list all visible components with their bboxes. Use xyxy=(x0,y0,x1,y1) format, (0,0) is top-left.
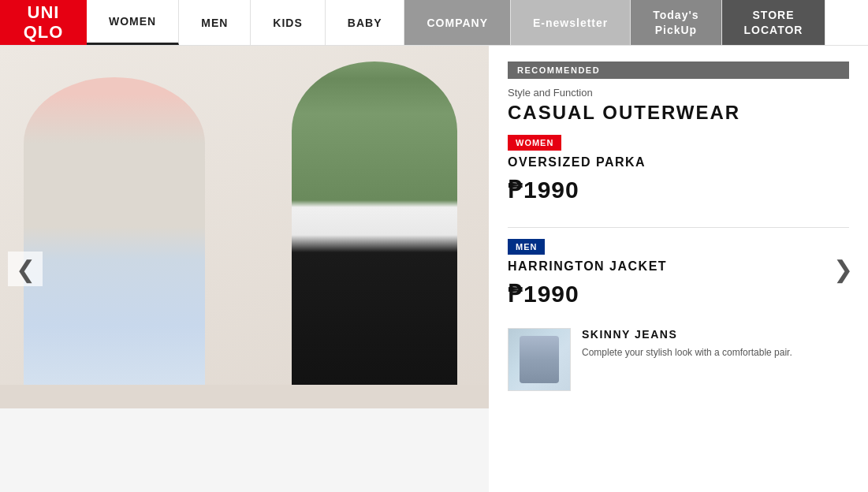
hero-title: CASUAL OUTERWEAR xyxy=(508,102,849,124)
nav-item-enewsletter[interactable]: E-newsletter xyxy=(511,0,631,45)
product-name-women: OVERSIZED PARKA xyxy=(508,155,849,170)
thumbnail-description: Complete your stylish look with a comfor… xyxy=(582,345,849,360)
main-content: ❮ RECOMMENDED Style and Function CASUAL … xyxy=(0,46,868,492)
logo-text: UNIQLO xyxy=(24,3,64,41)
nav-item-kids[interactable]: KIDS xyxy=(251,0,325,45)
nav-items: WOMEN MEN KIDS BABY COMPANY E-newsletter… xyxy=(87,0,868,45)
product-men: MEN HARRINGTON JACKET ₱1990 xyxy=(508,239,849,323)
thumbnail-info: SKINNY JEANS Complete your stylish look … xyxy=(582,328,849,360)
divider-1 xyxy=(508,227,849,228)
nav-item-store-locator[interactable]: STORELOCATOR xyxy=(722,0,826,45)
product-name-men: HARRINGTON JACKET xyxy=(508,259,849,274)
chevron-left-icon: ❮ xyxy=(16,255,35,283)
hero-subtitle: Style and Function xyxy=(508,87,849,99)
logo[interactable]: UNIQLO xyxy=(0,0,87,45)
carousel-arrow-right[interactable]: ❯ xyxy=(825,252,860,286)
nav-item-company[interactable]: COMPANY xyxy=(404,0,511,45)
hero-image-area xyxy=(0,46,489,408)
product-price-men: ₱1990 xyxy=(508,280,849,308)
thumbnail-section: SKINNY JEANS Complete your stylish look … xyxy=(508,328,849,391)
product-women: WOMEN OVERSIZED PARKA ₱1990 xyxy=(508,135,849,219)
nav-item-men[interactable]: MEN xyxy=(179,0,251,45)
nav-item-baby[interactable]: BABY xyxy=(326,0,405,45)
thumbnail-title: SKINNY JEANS xyxy=(582,328,849,341)
gender-badge-men: MEN xyxy=(508,239,545,255)
gender-badge-women: WOMEN xyxy=(508,135,561,151)
right-panel: RECOMMENDED Style and Function CASUAL OU… xyxy=(489,46,868,492)
carousel-arrow-left[interactable]: ❮ xyxy=(8,252,43,286)
product-price-women: ₱1990 xyxy=(508,176,849,203)
recommended-badge: RECOMMENDED xyxy=(508,62,849,79)
nav-item-women[interactable]: WOMEN xyxy=(87,0,179,45)
chevron-right-icon: ❯ xyxy=(833,255,853,283)
navbar: UNIQLO WOMEN MEN KIDS BABY COMPANY E-new… xyxy=(0,0,868,46)
nav-item-pickup[interactable]: Today'sPickUp xyxy=(631,0,721,45)
thumbnail-image xyxy=(508,328,571,391)
